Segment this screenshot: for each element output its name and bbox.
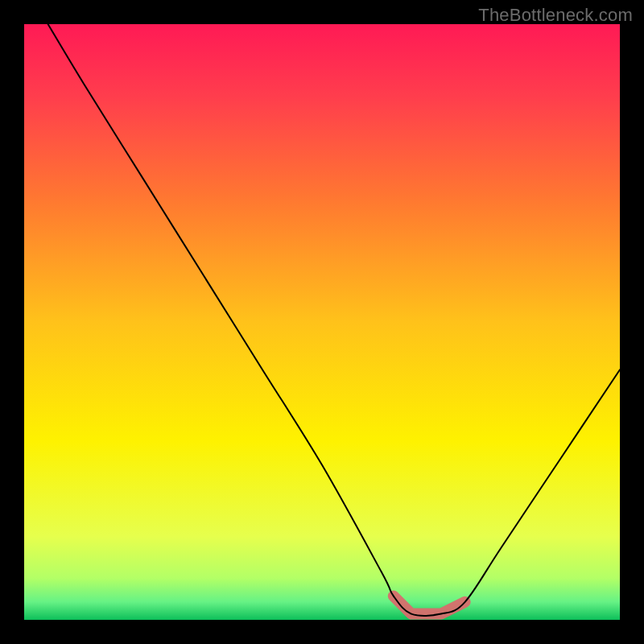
watermark-text: TheBottleneck.com (478, 5, 633, 26)
bottleneck-chart (24, 24, 620, 620)
gradient-background (24, 24, 620, 620)
chart-frame: TheBottleneck.com (0, 0, 644, 644)
